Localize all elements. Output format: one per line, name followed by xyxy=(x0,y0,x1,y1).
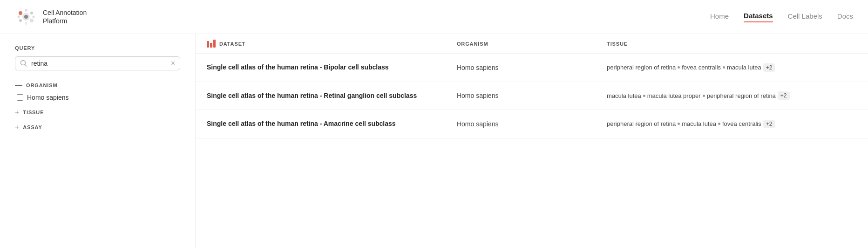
organism-option-homo-sapiens: Homo sapiens xyxy=(15,94,180,101)
svg-point-8 xyxy=(18,16,20,18)
dataset-name: Single cell atlas of the human retina - … xyxy=(207,91,457,101)
table-row[interactable]: Single cell atlas of the human retina - … xyxy=(196,82,868,110)
tissue-dot xyxy=(643,95,645,97)
organism-value: Homo sapiens xyxy=(457,92,607,99)
main-content: QUERY × — ORGANISM Homo sapiens + xyxy=(0,34,868,248)
tissue-tag: macula lutea proper xyxy=(647,92,701,99)
organism-toggle: — xyxy=(15,82,22,89)
tissue-tag: fovea centralis xyxy=(722,120,761,127)
svg-point-9 xyxy=(33,16,35,18)
tissue-dot xyxy=(703,95,705,97)
assay-filter-title: ASSAY xyxy=(23,124,42,130)
homo-sapiens-label: Homo sapiens xyxy=(27,94,69,101)
tissue-tags: peripheral region of retina fovea centra… xyxy=(607,63,857,72)
sidebar: QUERY × — ORGANISM Homo sapiens + xyxy=(0,34,196,248)
tissue-filter-title: TISSUE xyxy=(23,110,44,115)
nav-home[interactable]: Home xyxy=(710,12,729,22)
tissue-dot xyxy=(678,66,680,69)
tissue-tag: macula lutea xyxy=(607,92,641,99)
nav-docs[interactable]: Docs xyxy=(837,12,853,22)
content-area: DATASET ORGANISM TISSUE Single cell atla… xyxy=(196,34,868,248)
tissue-filter-header[interactable]: + TISSUE xyxy=(15,109,180,116)
assay-filter: + ASSAY xyxy=(15,124,180,131)
svg-point-4 xyxy=(19,19,22,22)
organism-value: Homo sapiens xyxy=(457,64,607,71)
tissue-tags: macula lutea macula lutea proper periphe… xyxy=(607,91,857,100)
table-header: DATASET ORGANISM TISSUE xyxy=(196,34,868,54)
tissue-toggle: + xyxy=(15,109,19,116)
svg-line-11 xyxy=(25,65,27,67)
organism-filter-header[interactable]: — ORGANISM xyxy=(15,82,180,89)
query-label: QUERY xyxy=(15,45,180,51)
logo-area: Cell Annotation Platform xyxy=(15,6,87,28)
nav-datasets[interactable]: Datasets xyxy=(744,12,773,22)
tissue-tags: peripheral region of retina macula lutea… xyxy=(607,120,857,128)
tissue-filter: + TISSUE xyxy=(15,109,180,116)
dataset-name: Single cell atlas of the human retina - … xyxy=(207,63,457,72)
table-row[interactable]: Single cell atlas of the human retina - … xyxy=(196,54,868,82)
clear-search-button[interactable]: × xyxy=(171,60,175,67)
svg-point-2 xyxy=(19,11,22,15)
search-input[interactable] xyxy=(31,60,167,67)
tissue-tag: peripheral region of retina xyxy=(607,64,676,71)
more-badge[interactable]: +2 xyxy=(763,63,775,72)
svg-point-3 xyxy=(30,12,33,14)
tissue-tag: peripheral region of retina xyxy=(607,120,676,127)
svg-point-5 xyxy=(30,19,34,22)
search-icon xyxy=(20,60,27,67)
homo-sapiens-checkbox[interactable] xyxy=(17,94,23,101)
col-header-dataset: DATASET xyxy=(207,40,457,48)
table-row[interactable]: Single cell atlas of the human retina - … xyxy=(196,110,868,138)
main-nav: Home Datasets Cell Labels Docs xyxy=(710,12,853,22)
nav-cell-labels[interactable]: Cell Labels xyxy=(788,12,822,22)
tissue-tag: fovea centralis xyxy=(682,64,721,71)
tissue-dot xyxy=(678,123,680,125)
svg-point-1 xyxy=(24,15,28,19)
svg-point-6 xyxy=(25,9,27,12)
organism-value: Homo sapiens xyxy=(457,120,607,128)
svg-point-7 xyxy=(25,22,27,25)
tissue-tag: macula lutea xyxy=(682,120,716,127)
more-badge[interactable]: +2 xyxy=(778,91,790,100)
search-box: × xyxy=(15,56,180,70)
tissue-dot xyxy=(718,123,720,125)
tissue-dot xyxy=(723,66,725,69)
logo-icon xyxy=(15,6,37,28)
assay-filter-header[interactable]: + ASSAY xyxy=(15,124,180,131)
logo-text: Cell Annotation Platform xyxy=(43,8,87,25)
organism-filter: — ORGANISM Homo sapiens xyxy=(15,82,180,101)
header: Cell Annotation Platform Home Datasets C… xyxy=(0,0,868,34)
more-badge[interactable]: +2 xyxy=(763,120,775,128)
dataset-name: Single cell atlas of the human retina - … xyxy=(207,119,457,129)
dataset-bars-icon xyxy=(207,40,216,48)
col-header-tissue: TISSUE xyxy=(607,40,857,48)
assay-toggle: + xyxy=(15,124,19,131)
tissue-tag: macula lutea xyxy=(727,64,761,71)
col-header-organism: ORGANISM xyxy=(457,40,607,48)
tissue-tag: peripheral region of retina xyxy=(707,92,776,99)
organism-filter-title: ORGANISM xyxy=(26,83,58,88)
